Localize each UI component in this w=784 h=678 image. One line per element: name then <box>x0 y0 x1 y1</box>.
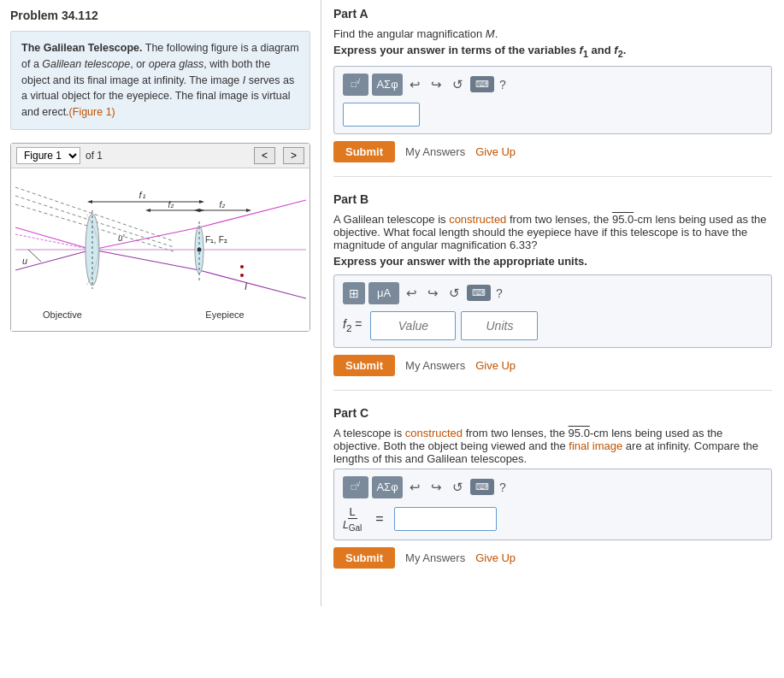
part-b-units-input[interactable] <box>461 311 538 340</box>
fraction-display: L LGal <box>343 505 362 533</box>
part-c-my-answers[interactable]: My Answers <box>405 551 465 564</box>
refresh-btn-b[interactable]: ↺ <box>445 284 463 303</box>
mu-btn[interactable]: μA <box>368 282 399 304</box>
svg-point-32 <box>240 265 244 268</box>
figure-image-area: f₁ f₂ f₂ F₁, F₂ <box>11 168 309 331</box>
desc-or: , or <box>130 58 149 70</box>
part-a-submit-row: Submit My Answers Give Up <box>333 141 772 162</box>
part-b-toolbar: ⊞ μA ↩ ↪ ↺ ⌨ ? <box>343 282 763 304</box>
part-c-question: A telescope is constructed from two lens… <box>333 427 772 465</box>
figure-link[interactable]: (Figure 1) <box>69 106 115 118</box>
undo-btn-b[interactable]: ↩ <box>403 284 421 303</box>
part-b-value-input[interactable] <box>370 311 456 340</box>
part-a-answer-box: □√ ΑΣφ ↩ ↪ ↺ ⌨ ? <box>333 66 772 134</box>
part-b-instruction: Express your answer with the appropriate… <box>333 255 772 268</box>
part-b-title: Part B <box>333 192 772 206</box>
part-a-input[interactable] <box>343 103 420 127</box>
telescope-diagram: f₁ f₂ f₂ F₁, F₂ <box>15 174 306 324</box>
part-a-submit-btn[interactable]: Submit <box>333 141 395 162</box>
refresh-btn-a[interactable]: ↺ <box>449 75 467 94</box>
part-a-question: Find the angular magnification M. <box>333 27 772 40</box>
help-icon-a[interactable]: ? <box>499 78 506 91</box>
part-c-submit-btn[interactable]: Submit <box>333 547 395 569</box>
svg-text:f₁: f₁ <box>139 190 144 200</box>
part-a-give-up[interactable]: Give Up <box>475 145 516 158</box>
problem-title: Problem 34.112 <box>10 9 310 22</box>
part-b-input-area: f2 = <box>343 311 763 340</box>
part-c-section: Part C A telescope is constructed from t… <box>333 406 772 582</box>
part-a-my-answers[interactable]: My Answers <box>405 145 465 158</box>
svg-point-33 <box>240 274 244 277</box>
part-c-give-up[interactable]: Give Up <box>475 551 516 564</box>
part-b-question: A Galilean telescope is constructed from… <box>333 213 772 251</box>
svg-text:Objective: Objective <box>43 310 82 320</box>
part-c-title: Part C <box>333 406 772 420</box>
part-a-section: Part A Find the angular magnification M.… <box>333 7 772 177</box>
figure-of-label: of 1 <box>85 150 103 162</box>
undo-btn-a[interactable]: ↩ <box>406 75 424 94</box>
part-c-answer-box: □√ ΑΣφ ↩ ↪ ↺ ⌨ ? L LGal = <box>333 469 772 540</box>
part-b-give-up[interactable]: Give Up <box>475 359 516 372</box>
part-c-input[interactable] <box>394 507 497 531</box>
math-template-btn[interactable]: □√ <box>343 74 368 96</box>
figure-next-btn[interactable]: > <box>283 147 304 164</box>
figure-header: Figure 1 of 1 < > <box>11 144 309 168</box>
redo-btn-c[interactable]: ↪ <box>427 478 445 497</box>
fraction-numerator: L <box>348 505 357 519</box>
equals-sign: = <box>375 511 383 527</box>
undo-btn-c[interactable]: ↩ <box>406 478 424 497</box>
help-icon-b[interactable]: ? <box>496 286 503 300</box>
redo-btn-a[interactable]: ↪ <box>427 75 445 94</box>
svg-text:f₂: f₂ <box>219 200 226 209</box>
problem-description: The Galilean Telescope. The following fi… <box>10 31 310 130</box>
part-a-toolbar: □√ ΑΣφ ↩ ↪ ↺ ⌨ ? <box>343 74 763 96</box>
keyboard-btn-b[interactable]: ⌨ <box>467 285 491 301</box>
redo-btn-b[interactable]: ↪ <box>424 284 442 303</box>
part-c-toolbar: □√ ΑΣφ ↩ ↪ ↺ ⌨ ? <box>343 476 763 498</box>
part-a-input-area <box>343 103 763 127</box>
figure-section: Figure 1 of 1 < > <box>10 143 310 332</box>
math-template-btn-c[interactable]: □√ <box>343 476 368 498</box>
figure-select[interactable]: Figure 1 <box>16 147 80 164</box>
part-b-submit-btn[interactable]: Submit <box>333 355 395 376</box>
svg-text:f₂: f₂ <box>168 200 174 209</box>
part-b-section: Part B A Galilean telescope is construct… <box>333 192 772 391</box>
help-icon-c[interactable]: ? <box>499 480 506 494</box>
part-a-instruction: Express your answer in terms of the vari… <box>333 44 772 59</box>
desc-bold: The Galilean Telescope. <box>21 42 143 54</box>
keyboard-btn-c[interactable]: ⌨ <box>470 479 494 495</box>
part-b-my-answers[interactable]: My Answers <box>405 359 465 372</box>
f2-label: f2 = <box>343 317 362 333</box>
alpha-sigma-phi-btn[interactable]: ΑΣφ <box>372 74 403 96</box>
svg-text:u: u <box>22 256 27 266</box>
figure-prev-btn[interactable]: < <box>254 147 275 164</box>
fraction-denominator: LGal <box>343 519 362 533</box>
grid-btn[interactable]: ⊞ <box>343 282 365 304</box>
desc-galilean: Galilean telescope <box>42 58 130 70</box>
refresh-btn-c[interactable]: ↺ <box>449 478 467 497</box>
part-c-input-area: L LGal = <box>343 505 763 533</box>
desc-opera: opera glass <box>149 58 204 70</box>
svg-text:I: I <box>245 281 247 292</box>
svg-text:F₁, F₂: F₁, F₂ <box>205 235 227 245</box>
part-b-answer-box: ⊞ μA ↩ ↪ ↺ ⌨ ? f2 = <box>333 274 772 348</box>
part-c-submit-row: Submit My Answers Give Up <box>333 547 772 569</box>
part-b-submit-row: Submit My Answers Give Up <box>333 355 772 376</box>
svg-text:u′: u′ <box>118 233 126 243</box>
svg-text:Eyepiece: Eyepiece <box>205 310 244 320</box>
keyboard-btn-a[interactable]: ⌨ <box>470 76 494 92</box>
part-a-title: Part A <box>333 7 772 21</box>
alpha-sigma-phi-btn-c[interactable]: ΑΣφ <box>372 476 403 498</box>
